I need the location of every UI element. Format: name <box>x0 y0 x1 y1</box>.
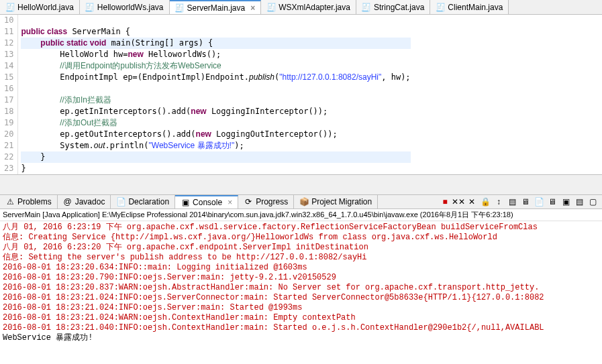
console-line: 2016-08-01 18:23:21.024:INFO:oejs.Server… <box>3 293 599 303</box>
bottom-panel-tabs: ⚠Problems@Javadoc📄Declaration▣Console×⟳P… <box>0 194 602 209</box>
console-toolbar: ■✕✕✕🔒↕▤🖥📄🖥▣▤▢ <box>440 196 602 207</box>
toolbar-button-4[interactable]: ↕ <box>493 196 504 207</box>
tab-label: ServerMain.java <box>187 3 246 13</box>
panel-icon: 📦 <box>299 197 309 206</box>
toolbar-button-9[interactable]: ▣ <box>560 196 571 207</box>
console-line: WebService 暴露成功! <box>3 333 599 343</box>
panel-label: Progress <box>256 197 288 206</box>
console-line: 信息: Setting the server's publish address… <box>3 253 599 263</box>
editor-tab-2[interactable]: 🧾ServerMain.java× <box>170 0 262 14</box>
editor-tab-4[interactable]: 🧾StringCat.java <box>356 0 430 14</box>
console-output[interactable]: 八月 01, 2016 6:23:19 下午 org.apache.cxf.ws… <box>0 221 602 364</box>
panel-icon: ⚠ <box>5 197 15 206</box>
panel-tab-console[interactable]: ▣Console× <box>175 195 238 208</box>
tab-label: HelloworldWs.java <box>97 3 164 12</box>
editor-tab-1[interactable]: 🧾HelloworldWs.java <box>80 0 170 14</box>
toolbar-button-1[interactable]: ✕✕ <box>453 196 464 207</box>
panel-tab-problems[interactable]: ⚠Problems <box>0 195 58 208</box>
java-file-icon: 🧾 <box>5 3 15 12</box>
panel-label: Problems <box>17 197 52 206</box>
editor-tab-3[interactable]: 🧾WSXmlAdapter.java <box>261 0 356 14</box>
panel-label: Javadoc <box>75 197 105 206</box>
panel-icon: @ <box>63 197 72 206</box>
console-line: 2016-08-01 18:23:20.634:INFO::main: Logg… <box>3 263 599 273</box>
panel-icon: ⟳ <box>244 197 253 206</box>
toolbar-button-6[interactable]: 🖥 <box>520 196 531 207</box>
console-line: 2016-08-01 18:23:21.040:INFO:oejsh.Conte… <box>3 323 599 333</box>
toolbar-button-11[interactable]: ▢ <box>587 196 598 207</box>
panel-tab-javadoc[interactable]: @Javadoc <box>58 195 111 208</box>
tab-label: ClientMain.java <box>448 3 503 12</box>
panel-tab-project-migration[interactable]: 📦Project Migration <box>294 195 378 208</box>
panel-tab-declaration[interactable]: 📄Declaration <box>111 195 175 208</box>
editor-tab-5[interactable]: 🧾ClientMain.java <box>430 0 509 14</box>
editor-tabs: 🧾HelloWorld.java🧾HelloworldWs.java🧾Serve… <box>0 0 602 15</box>
console-line: 2016-08-01 18:23:21.024:WARN:oejsh.Conte… <box>3 313 599 323</box>
panel-label: Project Migration <box>311 197 372 206</box>
console-line: 2016-08-01 18:23:21.024:INFO:oejs.Server… <box>3 303 599 313</box>
console-process-info: ServerMain [Java Application] E:\MyEclip… <box>0 209 602 221</box>
console-line: 八月 01, 2016 6:23:19 下午 org.apache.cxf.ws… <box>3 223 599 233</box>
console-line: 2016-08-01 18:23:20.790:INFO:oejs.Server… <box>3 273 599 283</box>
toolbar-button-7[interactable]: 📄 <box>534 196 544 207</box>
editor-tab-0[interactable]: 🧾HelloWorld.java <box>0 0 80 14</box>
toolbar-button-8[interactable]: 🖥 <box>547 196 558 207</box>
toolbar-button-0[interactable]: ■ <box>440 196 450 207</box>
panel-tab-progress[interactable]: ⟳Progress <box>238 195 294 208</box>
java-file-icon: 🧾 <box>85 3 95 12</box>
panel-icon: 📄 <box>116 197 126 206</box>
tab-label: StringCat.java <box>374 3 424 12</box>
console-line: 信息: Creating Service {http://impl.ws.cxf… <box>3 233 599 243</box>
console-line: 2016-08-01 18:23:20.837:WARN:oejsh.Abstr… <box>3 283 599 293</box>
toolbar-button-3[interactable]: 🔒 <box>480 196 491 207</box>
java-file-icon: 🧾 <box>175 3 185 13</box>
console-line: 八月 01, 2016 6:23:20 下午 org.apache.cxf.en… <box>3 243 599 253</box>
java-file-icon: 🧾 <box>436 3 445 12</box>
tab-label: HelloWorld.java <box>17 3 74 12</box>
toolbar-button-10[interactable]: ▤ <box>574 196 585 207</box>
line-gutter: 1011121314151617181920212223 <box>0 15 18 174</box>
toolbar-button-5[interactable]: ▤ <box>507 196 517 207</box>
java-file-icon: 🧾 <box>266 3 276 12</box>
close-icon[interactable]: × <box>228 198 232 207</box>
close-icon[interactable]: × <box>250 3 255 13</box>
java-file-icon: 🧾 <box>362 3 371 12</box>
toolbar-button-2[interactable]: ✕ <box>466 196 477 207</box>
panel-label: Console <box>193 198 222 207</box>
panel-icon: ▣ <box>181 198 190 207</box>
panel-label: Declaration <box>128 197 169 206</box>
code-editor[interactable]: 1011121314151617181920212223 public clas… <box>0 15 602 174</box>
code-area[interactable]: public class ServerMain { public static … <box>18 15 413 174</box>
tab-label: WSXmlAdapter.java <box>279 3 350 12</box>
